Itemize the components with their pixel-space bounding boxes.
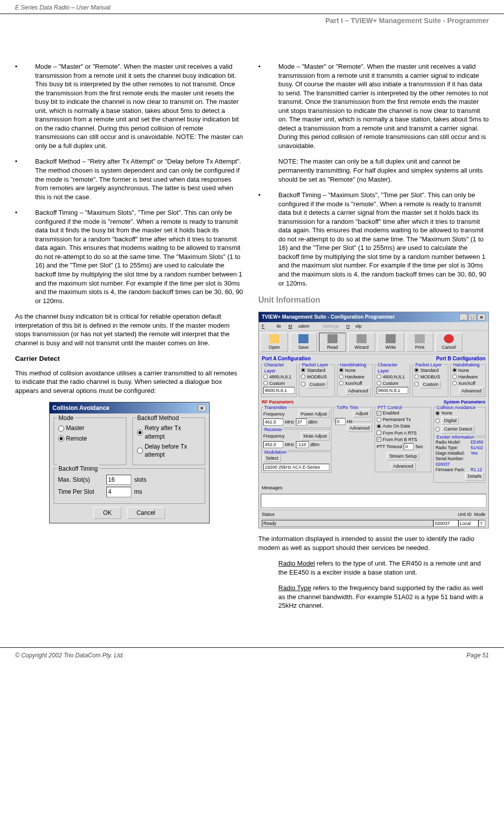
advanced-button[interactable]: Advanced xyxy=(459,387,484,395)
radio-remote[interactable]: Remote xyxy=(58,435,122,443)
unit-label: slots xyxy=(134,476,147,484)
rx-freq-input[interactable]: 452.0 xyxy=(263,441,283,448)
paragraph: Radio Model refers to the type of unit. … xyxy=(258,559,489,577)
unit-label: ms xyxy=(134,488,142,496)
exciter-info-group: Exciter Information Radio Model:EE450 Ra… xyxy=(433,437,486,483)
adjust-button[interactable]: Adjust xyxy=(353,409,371,418)
select-button[interactable]: Select xyxy=(263,454,281,462)
rx-power-input[interactable]: -110 xyxy=(296,441,309,448)
section-subtitle: Part I – TVIEW+ Management Suite - Progr… xyxy=(0,14,504,27)
radio-custom[interactable]: Custom xyxy=(263,380,295,386)
bullet-item: • Mode – "Master" or "Remote". When the … xyxy=(15,62,243,150)
read-button[interactable]: Read xyxy=(319,333,346,352)
tps-input[interactable]: 4 xyxy=(106,487,131,497)
details-button[interactable]: Details xyxy=(465,473,484,481)
open-button[interactable]: Open xyxy=(261,333,288,352)
radio-hardware[interactable]: Hardware xyxy=(339,374,371,380)
left-column: • Mode – "Master" or "Remote". When the … xyxy=(15,62,243,617)
backoff-timing-group: Backoff Timing Max. Slot(s) 16 slots Tim… xyxy=(54,468,205,503)
messages-area xyxy=(261,494,486,508)
receiver-group: Receiver Frequency Mute Adjust 452.0 MHz… xyxy=(261,429,331,450)
char-layer-a: Character Layer 9600,N,8,1 4800,N,8,1 Cu… xyxy=(261,364,297,397)
mute-adjust-button[interactable]: Mute Adjust xyxy=(301,432,329,440)
advanced-button[interactable]: Advanced xyxy=(347,424,372,432)
char-layer-b: Character Layer 9600,N,8,1 4800,N,8,1 Cu… xyxy=(375,364,410,397)
radio-standard[interactable]: Standard xyxy=(301,367,332,373)
print-button[interactable]: Print xyxy=(406,333,433,352)
page-header: E Series Data Radio – User Manual xyxy=(0,0,504,14)
handshaking-b: Handshaking None Hardware Xon/Xoff Advan… xyxy=(450,364,486,397)
radio-master[interactable]: Master xyxy=(58,424,122,432)
menu-settings[interactable]: Settings xyxy=(317,324,340,329)
wizard-button[interactable]: Wizard xyxy=(348,333,375,352)
radio-type-label: Radio Type xyxy=(278,584,311,592)
cancel-button[interactable]: Cancel xyxy=(435,333,462,352)
page-footer: © Copyright 2002 Trio DataCom Pty. Ltd. … xyxy=(0,647,504,663)
carrier-detect-heading: Carrier Detect xyxy=(15,354,243,363)
close-icon[interactable]: × xyxy=(198,404,206,411)
tps-label: Time Per Slot xyxy=(58,488,103,496)
cancel-button[interactable]: Cancel xyxy=(127,507,164,519)
bullet-text: Backoff Method – "Retry after Tx Attempt… xyxy=(35,157,243,201)
paragraph: As the channel busy indication bit is cr… xyxy=(15,312,243,347)
radio-retry[interactable]: Retry after Tx attempt xyxy=(137,424,201,440)
radio-modbus[interactable]: MODBUS xyxy=(301,374,332,380)
dialog-title: Collision Avoidance xyxy=(53,404,110,412)
status-bar-values: Ready 020037 Local ? xyxy=(259,518,488,528)
bullet-text: Mode – "Master" or "Remote". When the ma… xyxy=(278,62,489,150)
tx-freq-input[interactable]: 461.5 xyxy=(263,419,283,426)
advanced-button[interactable]: Advanced xyxy=(391,462,416,470)
minimize-icon[interactable]: _ xyxy=(459,314,467,321)
ptt-timeout-input[interactable]: 0 xyxy=(404,443,414,450)
bullet-item: • Backoff Timing – "Maximum Slots", "Tim… xyxy=(258,191,489,288)
radio-xonxoff[interactable]: Xon/Xoff xyxy=(339,380,371,386)
unit-information-heading: Unit Information xyxy=(258,295,489,306)
radio-model-label: Radio Model xyxy=(278,560,315,567)
page-number: Page 51 xyxy=(466,652,489,659)
toolbar: Open Save Read Wizard Write Print Cancel xyxy=(259,331,488,354)
write-button[interactable]: Write xyxy=(377,333,404,352)
trim-input[interactable]: 0 xyxy=(335,418,346,425)
backoff-method-group: Backoff Method Retry after Tx attempt De… xyxy=(132,418,205,465)
close-icon[interactable]: × xyxy=(477,314,485,321)
messages-label: Messages xyxy=(259,484,488,492)
menu-file[interactable]: File xyxy=(262,324,281,329)
paragraph: Radio Type refers to the frequency band … xyxy=(258,584,489,610)
collision-avoidance-dialog: Collision Avoidance × Mode Master Remote… xyxy=(49,402,210,523)
save-button[interactable]: Save xyxy=(290,333,317,352)
status-bar: Status Unit ID Mode xyxy=(259,510,488,518)
group-label: Mode xyxy=(57,414,75,422)
tview-app-screenshot: TVIEW+ Management Suite - Configuration … xyxy=(258,312,489,528)
maxslots-label: Max. Slot(s) xyxy=(58,476,103,484)
radio-none[interactable]: None xyxy=(339,367,371,373)
menu-modem[interactable]: Modem xyxy=(288,324,309,329)
modulation-display: 19200 25kHz ACA E-Series xyxy=(263,464,329,471)
bullet-text: Mode – "Master" or "Remote". When the ma… xyxy=(35,62,243,150)
bullet-item: • Backoff Method – "Retry after Tx Attem… xyxy=(15,157,243,201)
copyright: © Copyright 2002 Trio DataCom Pty. Ltd. xyxy=(15,652,124,659)
bullet-item: • Backoff Timing – "Maximum Slots", "Tim… xyxy=(15,208,243,305)
ok-button[interactable]: OK xyxy=(93,507,121,519)
paragraph: The information displayed is intended to… xyxy=(258,534,489,552)
right-column: • Mode – "Master" or "Remote". When the … xyxy=(258,62,489,617)
maximize-icon[interactable]: □ xyxy=(468,314,476,321)
port-a-header: Port A Configuration xyxy=(262,355,311,362)
tx-power-input[interactable]: 37 xyxy=(296,419,307,426)
handshaking-a: Handshaking None Hardware Xon/Xoff Advan… xyxy=(337,364,373,397)
radio-delay[interactable]: Delay before Tx attempt xyxy=(137,443,201,459)
app-title: TVIEW+ Management Suite - Configuration … xyxy=(262,314,395,321)
char-input[interactable]: 9600,N,8,1 xyxy=(377,387,408,394)
doc-title: E Series Data Radio – User Manual xyxy=(15,4,110,11)
radio-4800[interactable]: 4800,N,8,1 xyxy=(263,374,295,380)
maxslots-input[interactable]: 16 xyxy=(106,475,131,485)
char-input[interactable]: 9600,N,8,1 xyxy=(263,387,295,394)
power-adjust-button[interactable]: Power Adjust xyxy=(298,410,330,418)
packet-layer-b: Packet Layer Standard MODBUS Custom xyxy=(412,364,448,397)
port-b-header: Port B Configuration xyxy=(436,355,485,362)
dialog-titlebar: Collision Avoidance × xyxy=(50,402,209,413)
menu-help[interactable]: Help xyxy=(347,324,362,329)
stream-setup-button[interactable]: Stream Setup xyxy=(387,452,419,460)
group-label: Backoff Timing xyxy=(57,465,99,473)
radio-custom[interactable]: Custom xyxy=(301,380,332,388)
advanced-button[interactable]: Advanced xyxy=(346,387,371,395)
